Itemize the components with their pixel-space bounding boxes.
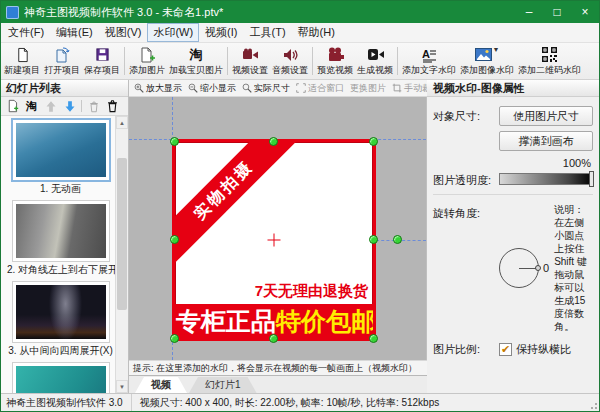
- resize-handle-top-left[interactable]: [170, 137, 179, 146]
- video-settings-button[interactable]: 视频设置: [230, 44, 270, 78]
- menu-help[interactable]: 帮助(H): [292, 23, 341, 42]
- move-up-icon: [45, 100, 57, 113]
- center-crosshair-icon: [268, 234, 281, 247]
- opacity-slider[interactable]: [499, 173, 593, 185]
- resize-handle-middle-right[interactable]: [369, 235, 378, 244]
- text-watermark-icon: A: [421, 46, 437, 63]
- object-size-buttons: 使用图片尺寸 撑满到画布: [499, 106, 593, 151]
- image-watermark-icon: ▼: [475, 46, 500, 63]
- add-slide-icon: [6, 99, 19, 113]
- new-project-icon: [15, 46, 30, 63]
- menu-video[interactable]: 视频(I): [199, 23, 243, 42]
- generate-video-icon: [367, 46, 384, 63]
- taobao-icon: 淘: [190, 46, 203, 63]
- move-down-icon: [64, 100, 76, 113]
- bottom-tabs: 视频 幻灯片1: [129, 375, 427, 393]
- zoom-in-button[interactable]: 放大显示: [131, 82, 185, 95]
- resize-handle-top-middle[interactable]: [269, 137, 278, 146]
- fit-window-button[interactable]: 适合窗口: [293, 82, 347, 95]
- delete-slide-button[interactable]: [85, 98, 102, 114]
- rotate-handle[interactable]: [393, 235, 402, 244]
- ribbon-banner: 实物拍摄: [175, 142, 311, 277]
- menu-watermark[interactable]: 水印(W): [147, 23, 199, 42]
- replace-image-button[interactable]: 更换图片: [347, 82, 389, 95]
- actual-size-icon: [242, 83, 252, 93]
- resize-grip[interactable]: [588, 400, 598, 410]
- use-image-size-button[interactable]: 使用图片尺寸: [499, 106, 593, 126]
- add-image-watermark-button[interactable]: ▼ 添加图像水印: [458, 44, 516, 78]
- video-settings-icon: [242, 46, 259, 63]
- opacity-slider-handle[interactable]: [589, 171, 594, 187]
- slide-list-scrollbar[interactable]: ▲ ▼: [115, 116, 128, 393]
- slide-list-toolbar: 淘: [1, 97, 128, 116]
- slide-thumbnail-2[interactable]: [13, 201, 109, 261]
- maximize-button[interactable]: □: [543, 1, 571, 23]
- slide-label-1: 1. 无动画: [7, 182, 114, 196]
- taobao-icon: 淘: [26, 99, 37, 114]
- menu-view[interactable]: 视图(V): [99, 23, 148, 42]
- resize-handle-bottom-right[interactable]: [369, 334, 378, 343]
- add-image-button[interactable]: 添加图片: [127, 44, 167, 78]
- slide-item-4[interactable]: [7, 363, 114, 393]
- add-slide-button[interactable]: [4, 98, 21, 114]
- resize-handle-middle-left[interactable]: [170, 235, 179, 244]
- rotation-value: 0: [543, 262, 549, 274]
- clear-all-button[interactable]: [104, 98, 121, 114]
- dial-grab-dot[interactable]: [535, 265, 541, 271]
- tab-video[interactable]: 视频: [135, 377, 187, 393]
- resize-handle-top-right[interactable]: [369, 137, 378, 146]
- menu-tools[interactable]: 工具(T): [244, 23, 292, 42]
- actual-size-button[interactable]: 实际尺寸: [239, 82, 293, 95]
- app-icon: [6, 6, 19, 19]
- svg-text:A: A: [422, 48, 430, 60]
- slide-thumbnail-1[interactable]: [13, 120, 109, 180]
- tab-slide-1[interactable]: 幻灯片1: [189, 377, 257, 393]
- rotation-dial[interactable]: [499, 248, 539, 288]
- load-taobao-button[interactable]: 淘 加载宝贝图片: [167, 44, 225, 78]
- object-size-label: 对象尺寸:: [433, 106, 499, 151]
- move-up-button[interactable]: [42, 98, 59, 114]
- scroll-up-icon[interactable]: ▲: [116, 116, 128, 129]
- menubar: 文件(F) 编辑(E) 视图(V) 水印(W) 视频(I) 工具(T) 帮助(H…: [1, 23, 599, 43]
- generate-video-button[interactable]: 生成视频: [355, 44, 395, 78]
- window-title: 神奇主图视频制作软件 3.0 - 未命名1.ptv*: [24, 5, 515, 20]
- zoom-out-icon: [188, 83, 198, 93]
- audio-settings-button[interactable]: 音频设置: [270, 44, 310, 78]
- new-project-button[interactable]: 新建项目: [2, 44, 42, 78]
- slide-item-2[interactable]: 2. 对角线左上到右下展开: [7, 201, 114, 277]
- slide-item-3[interactable]: 3. 从中间向四周展开(X): [7, 282, 114, 358]
- menu-file[interactable]: 文件(F): [2, 23, 50, 42]
- crop-rotate-button[interactable]: 手动裁剪和翻转: [389, 82, 427, 95]
- add-text-watermark-button[interactable]: A 添加文字水印: [400, 44, 458, 78]
- rotation-label: 旋转角度:: [433, 203, 499, 333]
- resize-handle-bottom-left[interactable]: [170, 334, 179, 343]
- save-project-button[interactable]: 保存项目: [82, 44, 122, 78]
- add-image-icon: [139, 46, 155, 63]
- main-toolbar: 新建项目 打开项目 保存项目 添加图片 淘 加载宝贝图片: [1, 43, 599, 80]
- zoom-out-button[interactable]: 缩小显示: [185, 82, 239, 95]
- taobao-import-button[interactable]: 淘: [23, 98, 40, 114]
- trash-icon: [106, 99, 119, 113]
- object-size-row: 对象尺寸: 使用图片尺寸 撑满到画布: [433, 106, 593, 151]
- slide-item-1[interactable]: 1. 无动画: [7, 120, 114, 196]
- resize-handle-bottom-middle[interactable]: [269, 334, 278, 343]
- slide-thumbnail-4[interactable]: [13, 363, 109, 393]
- fill-canvas-button[interactable]: 撑满到画布: [499, 131, 593, 151]
- zoom-in-icon: [134, 83, 144, 93]
- statusbar: 神奇主图视频制作软件 3.0 视频尺寸: 400 x 400, 时长: 22.0…: [1, 393, 599, 411]
- menu-edit[interactable]: 编辑(E): [50, 23, 99, 42]
- keep-ratio-option[interactable]: 保持纵横比: [499, 339, 593, 357]
- close-button[interactable]: ×: [571, 1, 599, 23]
- scroll-down-icon[interactable]: ▼: [116, 380, 128, 393]
- open-project-button[interactable]: 打开项目: [42, 44, 82, 78]
- minimize-button[interactable]: –: [515, 1, 543, 23]
- add-qrcode-watermark-button[interactable]: 添加二维码水印: [516, 44, 583, 78]
- preview-video-button[interactable]: 预览视频: [315, 44, 355, 78]
- preview-canvas[interactable]: 实物拍摄 7天无理由退换货 专柜正品 特价包邮: [129, 97, 427, 360]
- watermark-image[interactable]: 实物拍摄 7天无理由退换货 专柜正品 特价包邮: [172, 139, 376, 341]
- slide-thumbnail-3[interactable]: [13, 282, 109, 342]
- checkbox-checked-icon[interactable]: [499, 343, 512, 356]
- scrollbar-thumb[interactable]: [117, 158, 127, 310]
- rotation-note: 说明：在左侧小圆点上按住 Shift 键 拖动鼠标可以生成15度倍数角。: [554, 203, 593, 333]
- move-down-button[interactable]: [61, 98, 78, 114]
